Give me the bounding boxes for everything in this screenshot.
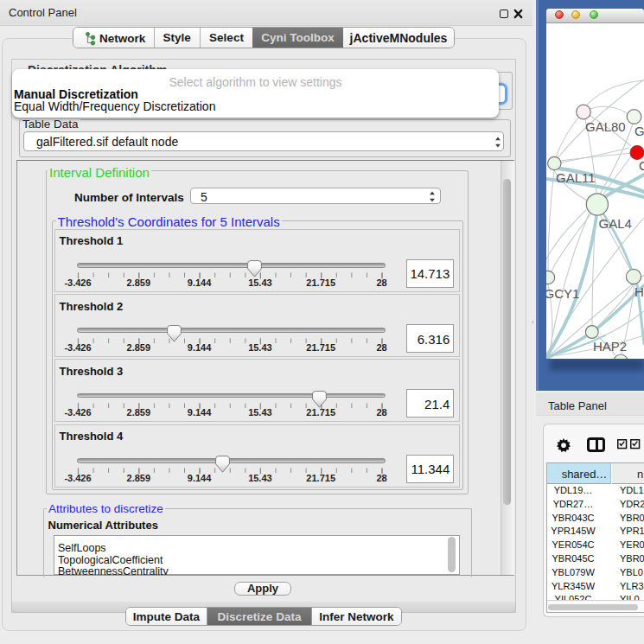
svg-text:GCY1: GCY1 bbox=[546, 286, 579, 301]
svg-text:GAL80: GAL80 bbox=[585, 119, 626, 134]
svg-text:C: C bbox=[639, 158, 644, 173]
svg-text:HAP2: HAP2 bbox=[593, 339, 627, 354]
svg-text:H: H bbox=[634, 284, 644, 299]
svg-text:GAL4: GAL4 bbox=[599, 216, 632, 231]
svg-text:GAL11: GAL11 bbox=[556, 170, 596, 185]
svg-text:GA: GA bbox=[634, 124, 644, 138]
